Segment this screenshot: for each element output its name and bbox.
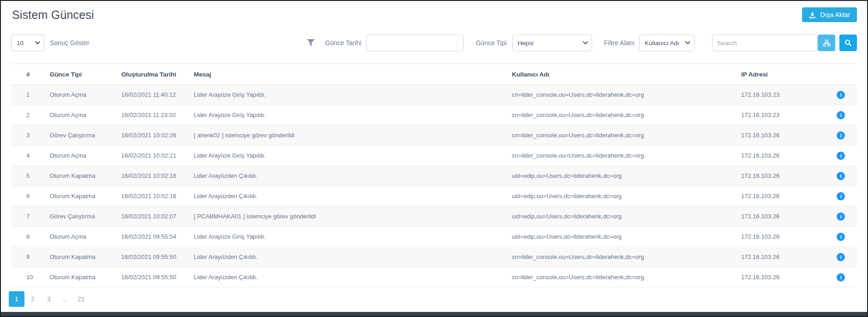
page-size-select[interactable]: 10 bbox=[11, 35, 44, 51]
search-button[interactable] bbox=[839, 35, 857, 51]
download-icon bbox=[809, 12, 816, 18]
export-button[interactable]: Dışa Aktar bbox=[802, 7, 857, 22]
pagination-page[interactable]: 3 bbox=[41, 291, 57, 307]
cell-actions: i bbox=[825, 206, 857, 227]
cell-actions: i bbox=[825, 166, 857, 186]
info-icon[interactable]: i bbox=[837, 192, 845, 200]
table-row: 9 Oturum Kapatma 16/02/2021 09:55:50 Lid… bbox=[11, 247, 857, 267]
cell-message: Lider Arayüze Giriş Yapıldı. bbox=[194, 105, 512, 125]
pagination-page[interactable]: 21 bbox=[73, 291, 89, 307]
cell-created-date: 16/02/2021 09:55:54 bbox=[121, 227, 194, 247]
cell-log-type: Oturum Açma bbox=[50, 146, 121, 166]
cell-actions: i bbox=[825, 227, 857, 247]
cell-message: Lider Arayüze Giriş Yapıldı. bbox=[194, 146, 512, 166]
info-icon[interactable]: i bbox=[837, 111, 845, 119]
table-row: 10 Oturum Kapatma 16/02/2021 09:55:50 Li… bbox=[11, 267, 857, 288]
column-header-username: Kullanıcı Adı bbox=[512, 64, 741, 85]
column-header-created-date: Oluşturulma Tarihi bbox=[121, 64, 194, 85]
tree-search-button[interactable] bbox=[818, 35, 835, 51]
log-table-body: 1 Oturum Açma 16/02/2021 11:40:12 Lider … bbox=[11, 85, 857, 288]
cell-created-date: 16/02/2021 10:02:26 bbox=[121, 125, 194, 146]
cell-created-date: 16/02/2021 09:55:50 bbox=[121, 267, 194, 288]
page-size-select-wrap: 10 bbox=[11, 35, 44, 51]
cell-username: cn=lider_console,ou=Users,dc=liderahenk,… bbox=[512, 105, 741, 125]
cell-log-type: Görev Çalıştırma bbox=[50, 206, 121, 227]
info-icon[interactable]: i bbox=[837, 91, 845, 99]
log-type-select-wrap: Hepsi bbox=[512, 35, 592, 51]
cell-created-date: 16/02/2021 11:40:12 bbox=[121, 85, 194, 105]
log-date-input[interactable] bbox=[366, 35, 464, 51]
table-row: 7 Görev Çalıştırma 16/02/2021 10:02:07 [… bbox=[11, 206, 857, 227]
cell-index: 3 bbox=[11, 125, 50, 146]
table-row: 8 Oturum Açma 16/02/2021 09:55:54 Lider … bbox=[11, 227, 857, 247]
pagination-page[interactable]: 1 bbox=[9, 291, 24, 307]
cell-created-date: 16/02/2021 10:02:07 bbox=[121, 206, 194, 227]
cell-username: cn=lider_console,ou=Users,dc=liderahenk,… bbox=[512, 85, 741, 105]
info-icon[interactable]: i bbox=[837, 131, 845, 140]
cell-index: 2 bbox=[11, 105, 50, 125]
cell-log-type: Oturum Kapatma bbox=[50, 186, 121, 206]
cell-username: uid=edip,ou=Users,dc=liderahenk,dc=org bbox=[512, 206, 741, 227]
search-icon bbox=[844, 39, 852, 47]
log-type-select[interactable]: Hepsi bbox=[512, 35, 592, 51]
cell-created-date: 16/02/2021 09:55:50 bbox=[121, 247, 194, 267]
cell-message: [ PCABMHAKA01 ] istemciye görev gönderil… bbox=[194, 206, 512, 227]
cell-log-type: Oturum Açma bbox=[50, 227, 121, 247]
log-type-label: Günce Tipi bbox=[476, 39, 507, 47]
cell-ip-address: 172.16.103.26 bbox=[741, 186, 825, 206]
cell-index: 7 bbox=[11, 206, 50, 227]
info-icon[interactable]: i bbox=[837, 253, 845, 261]
info-icon[interactable]: i bbox=[837, 152, 845, 160]
filter-field-label: Filtre Alanı bbox=[604, 39, 635, 47]
column-header-actions bbox=[825, 64, 857, 85]
cell-created-date: 16/02/2021 11:23:02 bbox=[121, 105, 194, 125]
cell-log-type: Görev Çalıştırma bbox=[50, 125, 121, 146]
cell-created-date: 16/02/2021 10:02:16 bbox=[121, 186, 194, 206]
info-icon[interactable]: i bbox=[837, 233, 845, 241]
table-row: 6 Oturum Kapatma 16/02/2021 10:02:16 Lid… bbox=[11, 186, 857, 206]
cell-actions: i bbox=[825, 186, 857, 206]
cell-message: Lider Arayüzden Çıkıldı. bbox=[194, 267, 512, 288]
cell-ip-address: 172.16.103.26 bbox=[741, 206, 825, 227]
cell-log-type: Oturum Açma bbox=[50, 85, 121, 105]
toolbar: 10 Sonuç Göster Günce Tarihi Günce Tipi … bbox=[11, 34, 857, 52]
cell-message: Lider Arayüzden Çıkıldı. bbox=[194, 186, 512, 206]
cell-message: Lider Arayüze Giriş Yapıldı. bbox=[194, 85, 512, 105]
log-date-label: Günce Tarihi bbox=[325, 39, 361, 47]
cell-ip-address: 172.16.103.26 bbox=[741, 146, 825, 166]
info-icon[interactable]: i bbox=[837, 172, 845, 180]
cell-message: Lider Arayüze Giriş Yapıldı. bbox=[194, 227, 512, 247]
cell-username: uid=edip,ou=Users,dc=liderahenk,dc=org bbox=[512, 227, 741, 247]
cell-ip-address: 172.16.103.23 bbox=[741, 85, 825, 105]
cell-username: cn=lider_console,ou=Users,dc=liderahenk,… bbox=[512, 125, 741, 146]
table-row: 3 Görev Çalıştırma 16/02/2021 10:02:26 [… bbox=[11, 125, 857, 146]
system-log-window: Sistem Güncesi Dışa Aktar 10 Sonuç Göste… bbox=[0, 0, 868, 317]
cell-actions: i bbox=[825, 267, 857, 288]
search-input[interactable] bbox=[712, 35, 817, 51]
cell-message: Lider Arayüzden Çıkıldı. bbox=[194, 166, 512, 186]
info-icon[interactable]: i bbox=[837, 212, 845, 221]
table-row: 2 Oturum Açma 16/02/2021 11:23:02 Lider … bbox=[11, 105, 857, 125]
cell-username: uid=edip,ou=Users,dc=liderahenk,dc=org bbox=[512, 166, 741, 186]
cell-ip-address: 172.16.103.26 bbox=[741, 125, 825, 146]
cell-index: 8 bbox=[11, 227, 50, 247]
cell-ip-address: 172.16.103.23 bbox=[741, 105, 825, 125]
filter-funnel-icon bbox=[306, 39, 315, 47]
filter-field-select-wrap: Kullanıcı Adı bbox=[639, 35, 694, 51]
pagination-page[interactable]: 2 bbox=[25, 291, 41, 307]
filter-field-select[interactable]: Kullanıcı Adı bbox=[639, 35, 694, 51]
cell-ip-address: 172.16.103.26 bbox=[741, 227, 825, 247]
bottom-panel-edge bbox=[1, 312, 867, 316]
cell-created-date: 16/02/2021 10:02:16 bbox=[121, 166, 194, 186]
cell-index: 6 bbox=[11, 186, 50, 206]
table-row: 1 Oturum Açma 16/02/2021 11:40:12 Lider … bbox=[11, 85, 857, 105]
pagination-page[interactable]: ... bbox=[57, 291, 73, 307]
cell-username: cn=lider_console,ou=Users,dc=liderahenk,… bbox=[512, 267, 741, 288]
column-header-log-type: Günce Tipi bbox=[50, 64, 121, 85]
page-header: Sistem Güncesi Dışa Aktar bbox=[11, 7, 857, 29]
cell-log-type: Oturum Kapatma bbox=[50, 267, 121, 288]
column-header-message: Mesaj bbox=[194, 64, 512, 85]
cell-actions: i bbox=[825, 125, 857, 146]
info-icon[interactable]: i bbox=[837, 273, 845, 282]
cell-index: 9 bbox=[11, 247, 50, 267]
